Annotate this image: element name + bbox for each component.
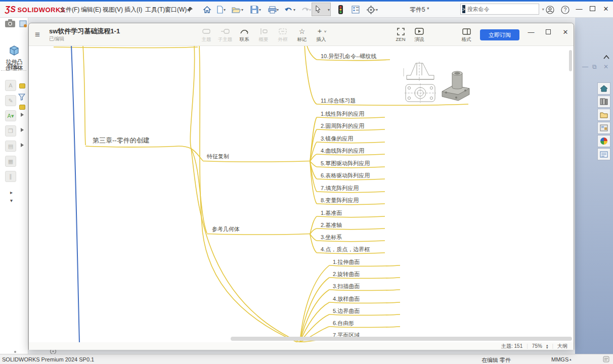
custom-properties-icon[interactable]: [597, 148, 610, 160]
sketch-icon: ✎: [5, 95, 16, 106]
horizontal-scrollbar[interactable]: [231, 337, 572, 341]
sw-left-panel: 拉伸凸 台/基体 特征 A ✎ A▾ ❐ ▤ ▦ ∥ ▸ ▾: [0, 18, 28, 354]
node-rg-4[interactable]: 4.点，质点，边界框: [321, 246, 370, 253]
node-fc-5[interactable]: 5.草图驱动阵列应用: [321, 160, 370, 167]
help-icon[interactable]: ?: [559, 4, 571, 15]
node-fc-8[interactable]: 8.变量阵列应用: [321, 197, 359, 204]
part-tree-icon2[interactable]: [19, 105, 25, 110]
node-surface-2[interactable]: 2.旋转曲面: [333, 270, 360, 278]
node-surface-5[interactable]: 5.边界曲面: [333, 307, 360, 315]
open-caret[interactable]: ▾: [241, 8, 243, 12]
file-explorer-icon[interactable]: [597, 109, 610, 121]
undo-icon[interactable]: [283, 4, 294, 15]
tool-mark[interactable]: ☆ 标记: [292, 27, 312, 43]
menu-view[interactable]: 视图(V): [103, 6, 123, 14]
menu-window[interactable]: 窗口(W): [165, 6, 187, 14]
node-ref-geometry[interactable]: 参考几何体: [212, 225, 240, 233]
home-icon[interactable]: [201, 4, 212, 15]
mm-minimize-button[interactable]: —: [524, 26, 538, 38]
node-feature-copy[interactable]: 特征复制: [207, 153, 229, 160]
view-palette-icon[interactable]: [597, 122, 610, 134]
filter-icon[interactable]: [18, 94, 25, 103]
mm-close-button[interactable]: ✕: [559, 26, 572, 38]
node-fc-1[interactable]: 1.线性阵列的应用: [321, 110, 364, 118]
vertical-scrollbar[interactable]: [569, 50, 572, 71]
subscribe-button[interactable]: 立即订阅: [480, 29, 519, 40]
node-rg-1[interactable]: 1.基准面: [321, 209, 342, 217]
tool-zen[interactable]: ZEN: [391, 27, 410, 42]
mm-maximize-button[interactable]: [542, 26, 555, 38]
tree-expand-arrow-2[interactable]: [21, 128, 24, 132]
minimize-button[interactable]: —: [573, 3, 585, 14]
hamburger-menu-icon[interactable]: ≡: [35, 30, 40, 40]
node-surface-4[interactable]: 4.放样曲面: [333, 295, 360, 303]
status-tag-icon[interactable]: [603, 356, 609, 363]
exercise-drawing-image[interactable]: [403, 61, 473, 104]
menu-edit[interactable]: 编辑(E): [81, 6, 101, 14]
panel-arrow-right[interactable]: ▸: [10, 190, 13, 195]
tool-present[interactable]: 演说: [410, 27, 429, 43]
tab-features[interactable]: 特征: [1, 62, 26, 71]
menu-insert[interactable]: 插入(I): [124, 6, 142, 14]
units-caret[interactable]: ▴: [570, 357, 572, 361]
account-icon[interactable]: [544, 4, 555, 15]
command-search[interactable]: > ▾: [460, 4, 539, 15]
mindmap-window: ≡ sw软件学习基础流程1-1 已编辑 主题 子主题 联系 概要 外框: [28, 23, 574, 350]
part-tree-icon[interactable]: [19, 83, 25, 88]
node-chapter-3[interactable]: 第三章--零件的创建: [93, 136, 150, 145]
node-surface-3[interactable]: 3.扫描曲面: [333, 283, 360, 290]
node-rg-3[interactable]: 3.坐标系: [321, 234, 342, 241]
new-caret[interactable]: ▾: [224, 8, 226, 12]
node-fc-7[interactable]: 7.填充阵列应用: [321, 185, 359, 192]
zoom-level[interactable]: 75%: [532, 343, 542, 349]
node-rg-2[interactable]: 2.基准轴: [321, 221, 342, 229]
menu-tools[interactable]: 工具(T): [145, 6, 165, 14]
camera-icon[interactable]: [5, 19, 15, 29]
gear-caret[interactable]: ▾: [376, 8, 378, 12]
node-fc-2[interactable]: 2.圆周阵列的应用: [321, 122, 364, 130]
node-fc-4[interactable]: 4.曲线阵列的应用: [321, 147, 364, 155]
zoom-stepper-icon[interactable]: ▴▾: [546, 344, 548, 349]
relation-icon: [235, 27, 254, 36]
options-list-icon[interactable]: [350, 4, 361, 15]
collapse-chevron-icon[interactable]: [603, 52, 609, 61]
part-doc-icon[interactable]: [19, 20, 27, 30]
tree-expand-arrow-3[interactable]: [21, 143, 24, 147]
traffic-light-icon[interactable]: [335, 4, 346, 15]
gear-icon[interactable]: [365, 4, 376, 15]
tree-expand-arrow-1[interactable]: [21, 113, 24, 117]
mindmap-canvas[interactable]: 第三章--零件的创建 10.异型孔命令--螺纹线 11.综合练习题 特征复制 1…: [29, 46, 574, 342]
outline-button[interactable]: 大纲: [557, 343, 567, 350]
open-icon[interactable]: [231, 4, 242, 15]
subtopic-icon: [215, 27, 235, 36]
node-top-item-11[interactable]: 11.综合练习题: [321, 97, 356, 105]
node-fc-3[interactable]: 3.镜像的应用: [321, 135, 353, 143]
tool-format[interactable]: 格式: [457, 27, 476, 43]
slash-icon: ∥: [5, 171, 16, 182]
node-surface-6[interactable]: 6.自由形: [333, 320, 354, 327]
save-caret[interactable]: ▾: [259, 8, 261, 12]
undo-caret[interactable]: ▾: [293, 8, 295, 12]
task-home-icon[interactable]: [597, 82, 610, 95]
tool-insert[interactable]: ＋˅ 插入: [312, 27, 331, 43]
panel-arrow-down[interactable]: ▾: [10, 198, 13, 203]
maximize-button[interactable]: [586, 3, 598, 14]
menu-file[interactable]: 文件(F): [60, 6, 79, 14]
select-caret[interactable]: ▾: [328, 8, 330, 12]
print-caret[interactable]: ▾: [277, 8, 279, 12]
search-input[interactable]: [465, 6, 541, 12]
node-fc-6[interactable]: 6.表格驱动阵列应用: [321, 172, 370, 179]
node-surface-1[interactable]: 1.拉伸曲面: [333, 258, 360, 266]
extrude-boss-icon[interactable]: [7, 44, 22, 57]
pin-icon[interactable]: [184, 4, 195, 15]
tool-relation[interactable]: 联系: [235, 27, 254, 43]
save-icon[interactable]: [249, 4, 260, 15]
appearances-icon[interactable]: [597, 135, 610, 147]
frame-icon: [273, 27, 292, 36]
units-selector[interactable]: MMGS: [551, 356, 568, 362]
print-icon[interactable]: [267, 4, 278, 15]
design-library-icon[interactable]: [597, 96, 610, 108]
node-top-item-10[interactable]: 10.异型孔命令--螺纹线: [321, 53, 377, 60]
close-button[interactable]: ✕: [600, 3, 612, 14]
import-annotation-icon[interactable]: A▾: [5, 110, 16, 121]
